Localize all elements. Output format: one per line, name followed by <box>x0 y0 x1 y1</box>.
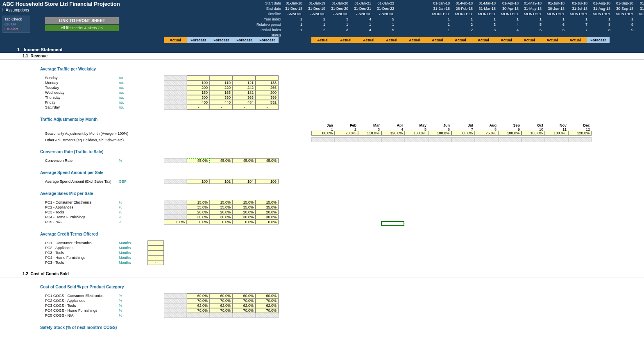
input-cell[interactable]: 20.0% <box>233 210 256 215</box>
grid-cell[interactable] <box>522 137 545 142</box>
input-cell[interactable]: 20.0% <box>256 210 279 215</box>
input-cell[interactable]: 100.0% <box>428 131 451 136</box>
input-cell[interactable]: 165 <box>210 90 233 95</box>
grid-cell[interactable] <box>164 308 187 313</box>
grid-cell[interactable] <box>164 303 187 308</box>
input-cell[interactable]: 100.0% <box>405 131 428 136</box>
input-cell[interactable]: 60.0% <box>256 293 279 298</box>
input-cell[interactable]: - <box>147 255 164 260</box>
input-cell[interactable] <box>256 313 279 318</box>
input-cell[interactable]: - <box>147 260 164 265</box>
input-cell[interactable]: 100 <box>187 80 210 85</box>
input-cell[interactable]: - <box>147 250 164 255</box>
input-cell[interactable]: - <box>210 105 233 110</box>
grid-cell[interactable] <box>475 137 498 142</box>
input-cell[interactable]: - <box>147 240 164 245</box>
input-cell[interactable]: - <box>256 105 279 110</box>
input-cell[interactable]: 102 <box>210 179 233 184</box>
input-cell[interactable]: 30.0% <box>210 215 233 220</box>
input-cell[interactable]: 15.0% <box>210 200 233 205</box>
input-cell[interactable]: 200 <box>187 85 210 90</box>
input-cell[interactable]: 62.0% <box>233 303 256 308</box>
input-cell[interactable]: - <box>210 75 233 80</box>
input-cell[interactable]: 0.0% <box>187 220 210 224</box>
input-cell[interactable]: 45.0% <box>210 158 233 163</box>
input-cell[interactable]: 70.0% <box>335 131 358 136</box>
input-cell[interactable]: 484 <box>233 100 256 105</box>
input-cell[interactable]: 100.0% <box>545 131 568 136</box>
input-cell[interactable]: 120.0% <box>568 131 592 136</box>
grid-cell[interactable] <box>498 137 522 142</box>
input-cell[interactable]: 80.0% <box>311 131 335 136</box>
input-cell[interactable]: 62.0% <box>210 303 233 308</box>
input-cell[interactable]: 60.0% <box>210 293 233 298</box>
grid-cell[interactable] <box>311 137 335 142</box>
input-cell[interactable]: - <box>233 75 256 80</box>
input-cell[interactable]: 45.0% <box>256 158 279 163</box>
input-cell[interactable]: 200 <box>256 90 279 95</box>
alerts-ok-button[interactable]: All file checks & alerts OK <box>45 25 119 31</box>
grid-cell[interactable] <box>335 137 358 142</box>
input-cell[interactable]: 30.0% <box>256 215 279 220</box>
grid-cell[interactable] <box>164 215 187 220</box>
input-cell[interactable]: 30.0% <box>233 215 256 220</box>
selected-cell[interactable] <box>381 221 404 226</box>
input-cell[interactable] <box>233 313 256 318</box>
input-cell[interactable]: 220 <box>210 85 233 90</box>
input-cell[interactable]: 70.0% <box>233 298 256 303</box>
input-cell[interactable]: 363 <box>233 95 256 100</box>
input-cell[interactable]: 266 <box>256 85 279 90</box>
input-cell[interactable]: 75.0% <box>475 131 498 136</box>
input-cell[interactable]: 70.0% <box>187 308 210 313</box>
input-cell[interactable]: 20.0% <box>187 210 210 215</box>
grid-cell[interactable] <box>568 137 592 142</box>
input-cell[interactable]: 110.0% <box>358 131 381 136</box>
input-cell[interactable]: 35.0% <box>233 205 256 210</box>
input-cell[interactable]: 100.0% <box>522 131 545 136</box>
grid-cell[interactable] <box>164 75 187 80</box>
input-cell[interactable]: 532 <box>256 100 279 105</box>
input-cell[interactable]: - <box>233 105 256 110</box>
grid-cell[interactable] <box>428 137 451 142</box>
grid-cell[interactable] <box>164 210 187 215</box>
input-cell[interactable]: - <box>147 245 164 250</box>
input-cell[interactable]: 242 <box>233 85 256 90</box>
input-cell[interactable]: 121 <box>233 80 256 85</box>
grid-cell[interactable] <box>164 298 187 303</box>
input-cell[interactable]: 104 <box>233 179 256 184</box>
input-cell[interactable]: - <box>187 105 210 110</box>
input-cell[interactable]: 70.0% <box>210 308 233 313</box>
grid-cell[interactable] <box>164 95 187 100</box>
input-cell[interactable]: 60.0% <box>233 293 256 298</box>
input-cell[interactable]: 0.0% <box>256 220 279 224</box>
input-cell[interactable]: 45.0% <box>233 158 256 163</box>
input-cell[interactable] <box>210 313 233 318</box>
grid-cell[interactable] <box>545 137 568 142</box>
grid-cell[interactable] <box>164 80 187 85</box>
link-front-sheet-button[interactable]: LINK TO FRONT SHEET <box>45 17 119 24</box>
input-cell[interactable]: 150 <box>187 90 210 95</box>
grid-cell[interactable] <box>164 313 187 318</box>
input-cell[interactable]: 35.0% <box>256 205 279 210</box>
input-cell[interactable]: 399 <box>256 95 279 100</box>
input-cell[interactable]: 35.0% <box>210 205 233 210</box>
input-cell[interactable]: 60.0% <box>187 293 210 298</box>
input-cell[interactable]: 20.0% <box>210 210 233 215</box>
input-cell[interactable]: 70.0% <box>256 298 279 303</box>
input-cell[interactable]: 70.0% <box>187 298 210 303</box>
input-cell[interactable]: 62.0% <box>187 303 210 308</box>
grid-cell[interactable] <box>164 179 187 184</box>
input-cell[interactable]: 120.0% <box>381 131 405 136</box>
input-cell[interactable]: - <box>256 75 279 80</box>
input-cell[interactable]: 330 <box>210 95 233 100</box>
input-cell[interactable]: - <box>187 75 210 80</box>
grid-cell[interactable] <box>164 100 187 105</box>
input-cell[interactable]: 0.0% <box>210 220 233 224</box>
grid-cell[interactable] <box>164 205 187 210</box>
input-cell[interactable]: 45.0% <box>187 158 210 163</box>
grid-cell[interactable] <box>405 137 428 142</box>
input-cell[interactable]: 60.0% <box>451 131 475 136</box>
input-cell[interactable]: 100 <box>187 179 210 184</box>
input-cell[interactable]: 182 <box>233 90 256 95</box>
grid-cell[interactable] <box>164 158 187 163</box>
